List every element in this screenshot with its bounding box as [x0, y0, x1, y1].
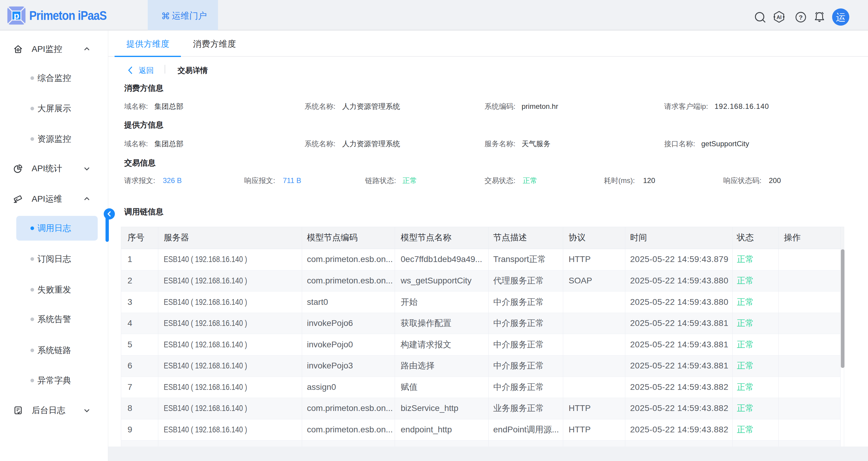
- svg-text:运: 运: [836, 12, 846, 23]
- svg-text:p: p: [13, 10, 19, 21]
- svg-text:?: ?: [799, 14, 803, 21]
- svg-text:AI: AI: [777, 14, 782, 20]
